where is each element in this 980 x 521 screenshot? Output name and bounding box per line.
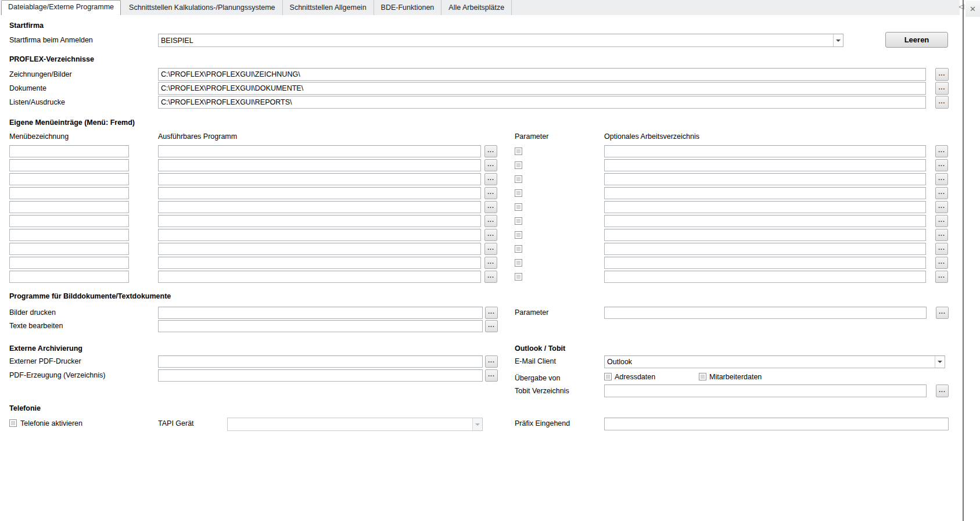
menu-entry-parameter-checkbox[interactable]: [515, 259, 522, 267]
pdf-erzeugung-browse-button[interactable]: ...: [485, 369, 498, 382]
pdf-erzeugung-input[interactable]: [158, 369, 483, 382]
texte-bearbeiten-browse-button[interactable]: ...: [485, 320, 498, 332]
tapi-geraet-combobox[interactable]: [227, 418, 483, 431]
menu-entry-parameter-checkbox[interactable]: [515, 217, 522, 225]
menu-entry-workdir-browse-button[interactable]: ...: [935, 173, 948, 185]
menu-entry-workdir-browse-button[interactable]: ...: [935, 229, 948, 241]
menu-entry-workdir-browse-button[interactable]: ...: [935, 257, 948, 269]
close-icon[interactable]: ✕: [965, 1, 980, 17]
tab-dateiablage-externe-programme[interactable]: Dateiablage/Externe Programme: [1, 0, 121, 15]
menu-entry-program-browse-button[interactable]: ...: [484, 257, 497, 269]
menu-entry-workdir-input[interactable]: [604, 159, 926, 171]
menu-entry-program-browse-button[interactable]: ...: [484, 229, 497, 241]
programme-parameter-input[interactable]: [604, 307, 927, 319]
menu-entry-parameter-checkbox[interactable]: [515, 245, 522, 253]
menu-entry-program-browse-button[interactable]: ...: [484, 201, 497, 213]
tobit-input[interactable]: [604, 385, 927, 397]
mitarbeiterdaten-checkbox[interactable]: [699, 373, 706, 380]
leeren-button[interactable]: Leeren: [885, 32, 948, 48]
tobit-browse-button[interactable]: ...: [936, 385, 949, 397]
menu-entry-program-input[interactable]: [158, 229, 481, 241]
startfirma-combobox[interactable]: [158, 34, 843, 47]
startfirma-input[interactable]: [159, 34, 833, 46]
menu-entry-program-input[interactable]: [158, 257, 481, 269]
menu-entry-parameter-checkbox[interactable]: [515, 231, 522, 239]
email-client-input[interactable]: [605, 356, 935, 368]
menu-entry-name-input[interactable]: [9, 243, 129, 255]
menu-entry-program-browse-button[interactable]: ...: [484, 215, 497, 227]
email-client-combobox[interactable]: [604, 355, 945, 368]
programme-parameter-browse-button[interactable]: ...: [936, 307, 949, 319]
menu-entry-program-input[interactable]: [158, 159, 481, 171]
tab-bde-funktionen[interactable]: BDE-Funktionen: [374, 0, 442, 15]
menu-entry-name-input[interactable]: [9, 187, 129, 199]
menu-entry-workdir-input[interactable]: [604, 187, 926, 199]
startfirma-heading: Startfirma: [9, 21, 44, 30]
menu-entry-name-input[interactable]: [9, 201, 129, 213]
zeichnungen-browse-button[interactable]: ...: [935, 68, 949, 81]
listen-browse-button[interactable]: ...: [935, 96, 949, 109]
texte-bearbeiten-input[interactable]: [158, 320, 483, 332]
menu-entry-program-browse-button[interactable]: ...: [484, 173, 497, 185]
menu-entry-workdir-browse-button[interactable]: ...: [935, 271, 948, 283]
menu-entry-workdir-input[interactable]: [604, 271, 926, 283]
menu-entry-workdir-browse-button[interactable]: ...: [935, 215, 948, 227]
menu-entry-program-input[interactable]: [158, 187, 481, 199]
tab-alle-arbeitsplaetze[interactable]: Alle Arbeitsplätze: [441, 0, 512, 15]
menu-entry-parameter-checkbox[interactable]: [515, 273, 522, 281]
menu-entry-workdir-browse-button[interactable]: ...: [935, 243, 948, 255]
menu-entry-parameter-checkbox[interactable]: [515, 203, 522, 211]
menu-entry-parameter-checkbox[interactable]: [515, 161, 522, 169]
tab-schnittstellen-kalkulation[interactable]: Schnittstellen Kalkulations-/Planungssys…: [122, 0, 283, 15]
menu-entry-program-input[interactable]: [158, 173, 481, 185]
menu-entry-name-input[interactable]: [9, 159, 129, 171]
bilder-drucken-input[interactable]: [158, 307, 483, 319]
menu-entry-program-browse-button[interactable]: ...: [484, 187, 497, 199]
zeichnungen-input[interactable]: [158, 68, 926, 81]
menu-entry-workdir-input[interactable]: [604, 257, 926, 269]
menu-entry-program-browse-button[interactable]: ...: [484, 271, 497, 283]
pdf-drucker-input[interactable]: [158, 355, 483, 368]
menu-entry-workdir-browse-button[interactable]: ...: [935, 187, 948, 199]
pdf-drucker-browse-button[interactable]: ...: [485, 355, 498, 368]
telefonie-heading: Telefonie: [9, 404, 41, 412]
chevron-down-icon[interactable]: [833, 34, 843, 46]
menu-entry-name-input[interactable]: [9, 145, 129, 157]
menu-entry-program-browse-button[interactable]: ...: [484, 145, 497, 157]
dokumente-browse-button[interactable]: ...: [935, 82, 949, 95]
adressdaten-checkbox[interactable]: [604, 373, 612, 380]
menu-entry-workdir-input[interactable]: [604, 145, 926, 157]
menu-entry-workdir-input[interactable]: [604, 215, 926, 227]
menu-entry-parameter-checkbox[interactable]: [515, 189, 522, 197]
menu-entry-workdir-input[interactable]: [604, 229, 926, 241]
menu-entry-workdir-browse-button[interactable]: ...: [935, 145, 948, 157]
menu-entry-program-browse-button[interactable]: ...: [484, 243, 497, 255]
menu-entry-workdir-input[interactable]: [604, 173, 926, 185]
menu-entry-program-input[interactable]: [158, 145, 481, 157]
menu-entry-name-input[interactable]: [9, 215, 129, 227]
tapi-geraet-input[interactable]: [228, 418, 472, 430]
chevron-down-icon[interactable]: [935, 356, 945, 368]
menu-entry-program-browse-button[interactable]: ...: [484, 159, 497, 171]
tab-schnittstellen-allgemein[interactable]: Schnittstellen Allgemein: [283, 0, 374, 15]
menu-entry-program-input[interactable]: [158, 201, 481, 213]
menu-entry-name-input[interactable]: [9, 229, 129, 241]
menu-entry-program-input[interactable]: [158, 215, 481, 227]
menu-entry-program-input[interactable]: [158, 243, 481, 255]
panel-splitter[interactable]: [963, 0, 964, 521]
menu-entry-name-input[interactable]: [9, 173, 129, 185]
praefix-eingehend-input[interactable]: [604, 418, 949, 430]
menu-entry-parameter-checkbox[interactable]: [515, 148, 522, 155]
menu-entry-program-input[interactable]: [158, 271, 481, 283]
menu-entry-name-input[interactable]: [9, 271, 129, 283]
dokumente-input[interactable]: [158, 82, 926, 95]
telefonie-aktivieren-checkbox[interactable]: [9, 419, 17, 427]
menu-entry-name-input[interactable]: [9, 257, 129, 269]
menu-entry-workdir-browse-button[interactable]: ...: [935, 201, 948, 213]
bilder-drucken-browse-button[interactable]: ...: [485, 307, 498, 319]
listen-input[interactable]: [158, 96, 926, 109]
menu-entry-parameter-checkbox[interactable]: [515, 175, 522, 183]
menu-entry-workdir-input[interactable]: [604, 201, 926, 213]
menu-entry-workdir-input[interactable]: [604, 243, 926, 255]
menu-entry-workdir-browse-button[interactable]: ...: [935, 159, 948, 171]
